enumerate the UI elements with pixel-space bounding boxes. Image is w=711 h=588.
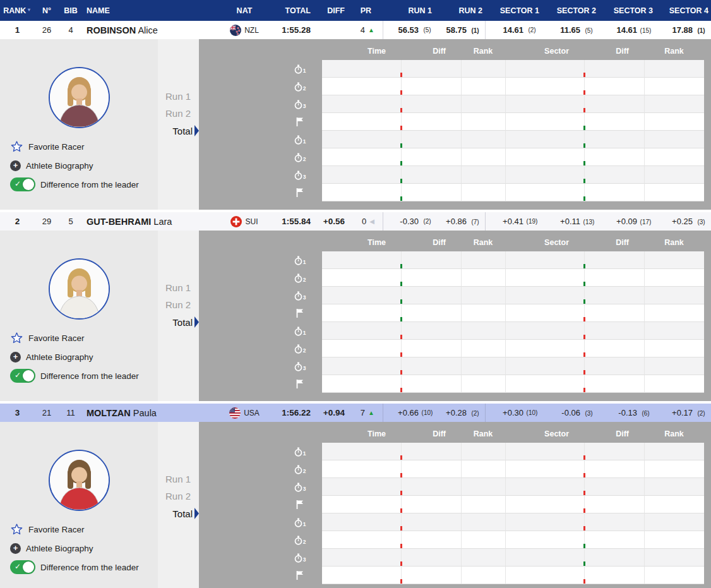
leader-diff-toggle-row[interactable]: ✓ Difference from the leader <box>10 177 158 192</box>
sector-sync-tick <box>583 317 585 321</box>
sector-sync-tick <box>583 179 585 183</box>
athlete-biography-button[interactable]: + Athlete Biography <box>10 541 158 556</box>
split-diff-cell <box>401 251 461 269</box>
athlete-biography-button[interactable]: + Athlete Biography <box>10 158 158 173</box>
sector4-cell: +0.17(2) <box>655 408 711 417</box>
split-rank-cell <box>461 304 505 322</box>
time-sync-tick <box>400 73 402 77</box>
sector-rank-cell <box>644 95 704 113</box>
athlete-summary-row[interactable]: 2 29 5 GUT-BEHRAMI Lara SUI 1:55.84 +0.5… <box>0 212 711 231</box>
favorite-racer-button[interactable]: Favorite Racer <box>10 330 158 345</box>
tab-run1[interactable]: Run 1 <box>165 91 199 102</box>
split-rank-cell <box>461 531 505 549</box>
col-run1[interactable]: RUN 1 <box>383 6 437 15</box>
split-time-cell <box>322 496 401 513</box>
col-sector3[interactable]: SECTOR 3 <box>599 6 655 15</box>
run-group-label <box>199 513 278 531</box>
sector-rank-cell <box>644 304 704 322</box>
sector-time-cell <box>505 322 584 340</box>
sector-diff-cell <box>584 531 644 549</box>
time-sync-tick <box>400 90 402 95</box>
sector4-cell: 17.88(1) <box>655 25 711 35</box>
run-group-label <box>199 531 278 549</box>
col-bib[interactable]: BIB <box>59 6 83 15</box>
sector2-cell: 11.65(5) <box>542 25 599 35</box>
sector-sync-tick <box>583 352 585 357</box>
tab-run1[interactable]: Run 1 <box>165 282 199 293</box>
total-time: 1:55.84 <box>269 217 316 226</box>
toggle-on-switch[interactable]: ✓ <box>10 369 35 383</box>
favorite-racer-button[interactable]: Favorite Racer <box>10 139 158 154</box>
leader-diff-toggle-row[interactable]: ✓ Difference from the leader <box>10 560 158 575</box>
athlete-biography-button[interactable]: + Athlete Biography <box>10 349 158 364</box>
tab-total[interactable]: Total <box>172 508 199 519</box>
tab-run2[interactable]: Run 2 <box>165 491 199 501</box>
sector-rank-cell <box>644 443 704 460</box>
sector-diff-cell <box>584 148 644 166</box>
col-nat[interactable]: NAT <box>220 6 269 15</box>
athlete-summary-row[interactable]: 3 21 11 MOLTZAN Paula USA 1:56.22 +0.94 … <box>0 404 711 422</box>
time-sync-tick <box>400 161 402 165</box>
favorite-racer-label: Favorite Racer <box>28 142 85 152</box>
tab-total[interactable]: Total <box>172 316 199 328</box>
col-sector1[interactable]: SECTOR 1 <box>485 6 542 15</box>
tab-run2[interactable]: Run 2 <box>165 108 199 119</box>
view-tabs: Run 1 Run 2 Total <box>158 422 199 588</box>
run-group-label <box>199 443 278 460</box>
col-pr[interactable]: PR <box>347 6 383 15</box>
leader-diff-toggle-row[interactable]: ✓ Difference from the leader <box>10 368 158 383</box>
sector-diff-cell <box>584 513 644 531</box>
run-group-label <box>199 287 278 304</box>
split-rank-cell <box>461 251 505 269</box>
splits-col-sdiff: Diff <box>584 47 644 60</box>
col-run2[interactable]: RUN 2 <box>437 6 485 15</box>
athlete-summary-row[interactable]: 1 26 4 ROBINSON Alice NZL 1:55.28 4▲ 56.… <box>0 21 711 39</box>
col-number[interactable]: N° <box>35 6 59 15</box>
stopwatch-1-icon: 1 <box>278 131 322 148</box>
sector-time-cell <box>505 166 584 184</box>
check-icon: ✓ <box>15 179 21 188</box>
stopwatch-3-icon: 3 <box>278 357 322 375</box>
splits-col-diff: Diff <box>401 47 461 60</box>
athlete-photo <box>49 258 110 320</box>
plus-icon: + <box>10 160 21 171</box>
run2-cell: 58.75(1) <box>437 25 485 35</box>
athlete-options: Favorite Racer + Athlete Biography ✓ Dif… <box>10 522 158 575</box>
bib-value: 5 <box>59 217 83 226</box>
run-group-label <box>199 478 278 496</box>
time-sync-tick <box>400 282 402 286</box>
tab-total[interactable]: Total <box>172 125 199 136</box>
split-diff-cell <box>401 496 461 513</box>
split-diff-cell <box>401 60 461 78</box>
sector-sync-tick <box>583 473 585 477</box>
split-diff-cell <box>401 531 461 549</box>
splits-table-body: 1 2 3 1 <box>199 60 704 201</box>
split-diff-cell <box>401 357 461 375</box>
sector3-cell: -0.13(6) <box>599 408 655 417</box>
tab-run2[interactable]: Run 2 <box>165 299 199 310</box>
time-sync-tick <box>400 317 402 321</box>
toggle-on-switch[interactable]: ✓ <box>10 177 35 191</box>
sector-sync-tick <box>583 544 585 548</box>
view-tabs: Run 1 Run 2 Total <box>158 39 199 210</box>
split-time-cell <box>322 322 401 340</box>
col-sector2[interactable]: SECTOR 2 <box>542 6 599 15</box>
split-diff-cell <box>401 148 461 166</box>
col-name[interactable]: NAME <box>83 6 220 15</box>
sector-sync-tick <box>583 388 585 392</box>
toggle-on-switch[interactable]: ✓ <box>10 560 35 574</box>
split-time-cell <box>322 304 401 322</box>
star-icon <box>10 523 23 536</box>
tab-run1[interactable]: Run 1 <box>165 474 199 484</box>
sector4-cell: +0.25(3) <box>655 217 711 226</box>
toggle-knob <box>23 370 34 381</box>
col-total[interactable]: TOTAL <box>269 6 316 15</box>
star-icon <box>10 140 23 153</box>
col-rank[interactable]: RANK▼ <box>0 6 35 15</box>
stopwatch-3-icon: 3 <box>278 166 322 184</box>
splits-col-srank: Rank <box>644 47 704 60</box>
col-sector4[interactable]: SECTOR 4 <box>655 6 711 15</box>
splits-col-time: Time <box>322 238 401 251</box>
favorite-racer-button[interactable]: Favorite Racer <box>10 522 158 537</box>
col-diff[interactable]: DIFF <box>316 6 347 15</box>
